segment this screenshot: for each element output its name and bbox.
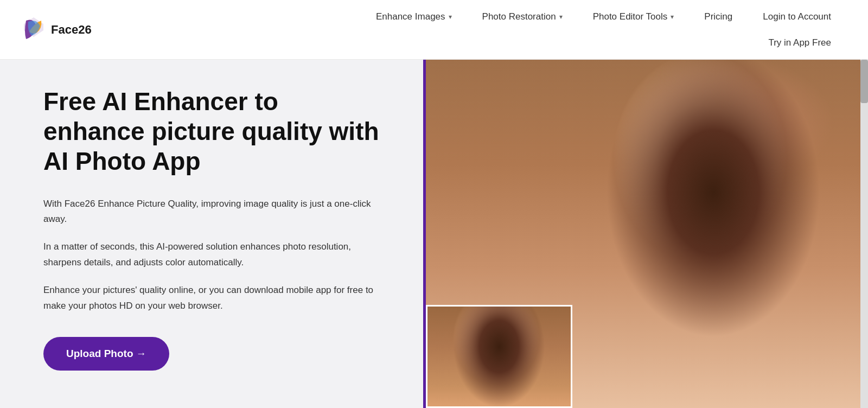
page-scrollbar[interactable] xyxy=(860,60,868,408)
left-section: Free AI Enhancer to enhance picture qual… xyxy=(0,60,423,408)
nav-photo-editor-tools[interactable]: Photo Editor Tools ▾ xyxy=(578,4,690,30)
enhance-dropdown-icon: ▾ xyxy=(449,13,452,21)
nav-photo-restoration[interactable]: Photo Restoration ▾ xyxy=(467,4,578,30)
main-content: Free AI Enhancer to enhance picture qual… xyxy=(0,60,868,408)
nav-pricing[interactable]: Pricing xyxy=(689,4,748,30)
upload-photo-button[interactable]: Upload Photo → xyxy=(43,337,169,371)
scrollbar-thumb[interactable] xyxy=(860,60,868,103)
header: Face26 Enhance Images ▾ Photo Restoratio… xyxy=(0,0,868,60)
hero-description-2: In a matter of seconds, this AI-powered … xyxy=(43,239,380,271)
hero-description-3: Enhance your pictures' quality online, o… xyxy=(43,283,380,314)
hero-background xyxy=(426,60,868,408)
hero-image-container xyxy=(423,60,868,408)
nav-bottom-row: Try in App Free xyxy=(753,30,846,56)
logo-area[interactable]: Face26 xyxy=(22,16,92,43)
nav-login[interactable]: Login to Account xyxy=(748,4,846,30)
header-nav-section: Enhance Images ▾ Photo Restoration ▾ Pho… xyxy=(361,4,846,56)
nav-enhance-images[interactable]: Enhance Images ▾ xyxy=(361,4,467,30)
restoration-dropdown-icon: ▾ xyxy=(559,13,563,21)
thumbnail-woman-figure xyxy=(427,307,571,406)
nav-try-app[interactable]: Try in App Free xyxy=(753,30,846,56)
hero-image-section xyxy=(423,60,868,408)
thumbnail-before-image xyxy=(426,305,572,408)
logo-icon xyxy=(22,16,46,43)
tools-dropdown-icon: ▾ xyxy=(671,13,674,21)
hero-headline: Free AI Enhancer to enhance picture qual… xyxy=(43,87,380,177)
hero-description-1: With Face26 Enhance Picture Quality, imp… xyxy=(43,196,380,228)
nav-top-row: Enhance Images ▾ Photo Restoration ▾ Pho… xyxy=(361,4,846,30)
logo-name: Face26 xyxy=(51,23,92,37)
